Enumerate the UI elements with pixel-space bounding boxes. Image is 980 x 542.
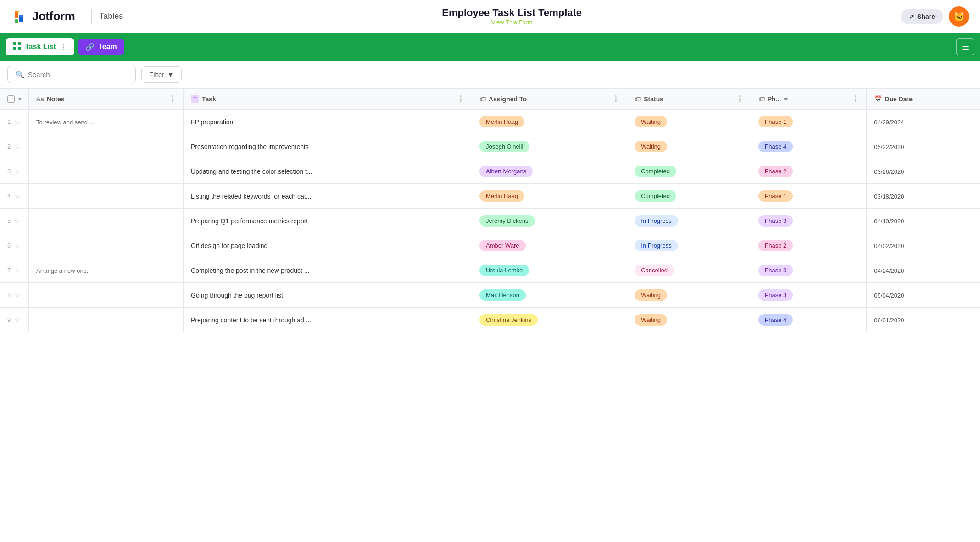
star-icon[interactable]: ☆ — [14, 167, 21, 176]
tab-bar-left: Task List ⋮ 🔗 Team — [6, 38, 124, 55]
row-controls: 7 ☆ — [0, 258, 29, 283]
cell-assigned: Ursula Lemke — [472, 258, 627, 283]
due-date-text: 04/10/2020 — [874, 218, 904, 225]
phase-col-menu-icon[interactable]: ⋮ — [852, 94, 859, 103]
status-badge[interactable]: Waiting — [635, 289, 667, 301]
share-button[interactable]: ↗ Share — [901, 9, 943, 24]
assigned-badge[interactable]: Ursula Lemke — [479, 265, 529, 276]
status-badge[interactable]: Completed — [635, 190, 676, 202]
page-title: Employee Task List Template — [123, 7, 901, 19]
table-header-row: ▾ Aa Notes ⋮ T Task ⋮ — [0, 89, 980, 109]
star-icon[interactable]: ☆ — [14, 117, 21, 126]
tab-task-list[interactable]: Task List ⋮ — [6, 38, 74, 55]
cell-task: Preparing Q1 performance metrics report — [184, 209, 472, 233]
chevron-down-icon[interactable]: ▾ — [18, 96, 21, 102]
phase-badge[interactable]: Phase 3 — [758, 215, 793, 227]
cell-assigned: Merlin Haag — [472, 184, 627, 209]
avatar[interactable]: 🐱 — [949, 6, 969, 27]
phase-badge[interactable]: Phase 3 — [758, 265, 793, 276]
assigned-badge[interactable]: Merlin Haag — [479, 190, 524, 202]
cell-status: Waiting — [627, 134, 751, 159]
status-badge[interactable]: Completed — [635, 166, 676, 177]
svg-rect-7 — [18, 42, 21, 45]
assigned-badge[interactable]: Christina Jenkins — [479, 314, 538, 326]
cell-notes — [29, 209, 184, 233]
cell-assigned: Joseph O'neill — [472, 134, 627, 159]
phase-badge[interactable]: Phase 1 — [758, 116, 793, 127]
assigned-col-menu-icon[interactable]: ⋮ — [612, 94, 619, 103]
star-icon[interactable]: ☆ — [14, 142, 21, 151]
search-input[interactable] — [28, 71, 128, 78]
header-checkbox[interactable] — [7, 95, 15, 103]
task-text: Updating and testing the color selection… — [191, 168, 312, 175]
table-row: 5 ☆ Preparing Q1 performance metrics rep… — [0, 209, 980, 233]
phase-badge[interactable]: Phase 2 — [758, 166, 793, 177]
cell-notes — [29, 134, 184, 159]
star-icon[interactable]: ☆ — [14, 266, 21, 275]
tab-team[interactable]: 🔗 Team — [78, 39, 124, 55]
due-date-text: 03/26/2020 — [874, 168, 904, 175]
assigned-col-label: Assigned To — [489, 95, 527, 103]
star-icon[interactable]: ☆ — [14, 192, 21, 200]
table-row: 7 ☆ Arrange a new one. Completing the po… — [0, 258, 980, 283]
star-icon[interactable]: ☆ — [14, 291, 21, 299]
header-center: Employee Task List Template View This Fo… — [123, 7, 901, 26]
col-notes-header: Aa Notes ⋮ — [29, 89, 184, 109]
hamburger-menu-button[interactable]: ☰ — [956, 38, 974, 55]
hamburger-icon: ☰ — [962, 42, 969, 51]
assigned-badge[interactable]: Jeremy Dickens — [479, 215, 535, 227]
cell-status: In Progress — [627, 233, 751, 258]
col-task-header: T Task ⋮ — [184, 89, 472, 109]
form-subtitle[interactable]: View This Form — [123, 19, 901, 26]
cell-task: Going through the bug report list — [184, 283, 472, 308]
task-col-menu-icon[interactable]: ⋮ — [457, 94, 464, 103]
star-icon[interactable]: ☆ — [14, 241, 21, 250]
due-date-text: 06/01/2020 — [874, 317, 904, 324]
table-row: 4 ☆ Listing the related keywords for eac… — [0, 184, 980, 209]
row-number: 9 — [7, 316, 11, 323]
cell-assigned: Merlin Haag — [472, 109, 627, 134]
cell-assigned: Amber Ware — [472, 233, 627, 258]
phase-badge[interactable]: Phase 3 — [758, 289, 793, 301]
row-number: 3 — [7, 168, 11, 175]
cell-duedate: 03/18/2020 — [867, 184, 980, 209]
assigned-badge[interactable]: Max Henson — [479, 289, 526, 301]
grid-icon — [13, 42, 21, 52]
star-icon[interactable]: ☆ — [14, 216, 21, 225]
search-icon: 🔍 — [15, 70, 24, 79]
col-duedate-header: 📅 Due Date — [867, 89, 980, 109]
status-badge[interactable]: Cancelled — [635, 265, 674, 276]
share-icon: ↗ — [909, 13, 914, 20]
star-icon[interactable]: ☆ — [14, 315, 21, 324]
row-number: 6 — [7, 242, 11, 249]
assigned-badge[interactable]: Merlin Haag — [479, 116, 524, 127]
cell-duedate: 04/10/2020 — [867, 209, 980, 233]
phase-badge[interactable]: Phase 2 — [758, 240, 793, 251]
phase-badge[interactable]: Phase 4 — [758, 141, 793, 152]
status-badge[interactable]: Waiting — [635, 314, 667, 326]
due-date-text: 04/02/2020 — [874, 243, 904, 249]
phase-badge[interactable]: Phase 4 — [758, 314, 793, 326]
due-date-text: 04/24/2020 — [874, 267, 904, 274]
row-controls: 3 ☆ — [0, 159, 29, 184]
col-status-header: 🏷 Status ⋮ — [627, 89, 751, 109]
status-badge[interactable]: Waiting — [635, 141, 667, 152]
task-text: Going through the bug report list — [191, 292, 283, 299]
filter-button[interactable]: Filter ▼ — [141, 66, 182, 83]
phase-badge[interactable]: Phase 1 — [758, 190, 793, 202]
status-badge[interactable]: Waiting — [635, 116, 667, 127]
notes-col-menu-icon[interactable]: ⋮ — [168, 94, 176, 103]
assigned-badge[interactable]: Amber Ware — [479, 240, 525, 251]
status-col-menu-icon[interactable]: ⋮ — [736, 94, 743, 103]
cell-phase: Phase 2 — [751, 233, 867, 258]
cell-task: Preparing content to be sent through ad … — [184, 308, 472, 332]
duedate-col-label: Due Date — [885, 95, 913, 103]
assigned-badge[interactable]: Albert Morgans — [479, 166, 533, 177]
text-type-icon: Aa — [36, 95, 44, 102]
jotform-logo-icon — [11, 8, 28, 25]
filter-icon: ▼ — [167, 71, 174, 78]
assigned-badge[interactable]: Joseph O'neill — [479, 141, 529, 152]
status-badge[interactable]: In Progress — [635, 240, 678, 251]
cell-assigned: Jeremy Dickens — [472, 209, 627, 233]
status-badge[interactable]: In Progress — [635, 215, 678, 227]
